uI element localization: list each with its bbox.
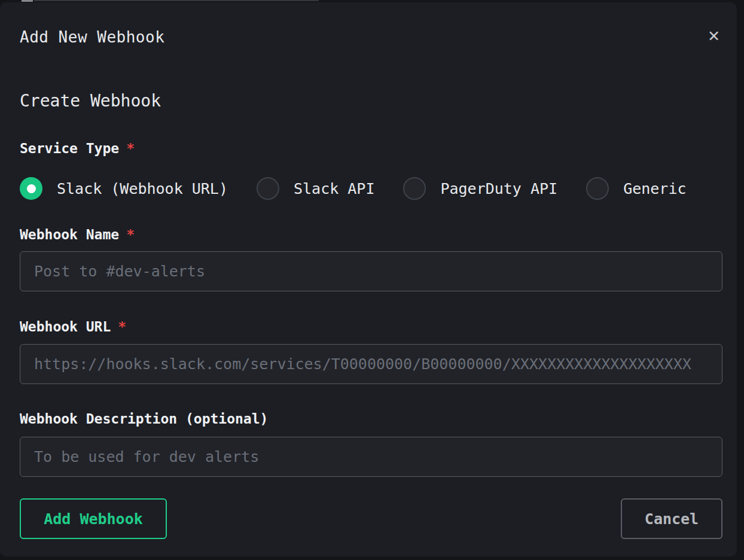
underlying-page-sliver-dim — [34, 0, 319, 1]
webhook-description-label-text: Webhook Description (optional) — [20, 411, 268, 427]
required-asterisk: * — [126, 227, 135, 242]
webhook-url-label: Webhook URL* — [20, 318, 722, 335]
webhook-name-label-text: Webhook Name — [20, 227, 119, 242]
service-type-label-text: Service Type — [20, 141, 119, 156]
radio-pagerduty-api[interactable]: PagerDuty API — [403, 177, 557, 200]
modal-footer: Add Webhook Cancel — [20, 498, 722, 539]
modal-header: Add New Webhook ✕ — [20, 26, 722, 48]
radio-dot — [27, 184, 36, 193]
service-type-label: Service Type* — [20, 140, 722, 157]
add-webhook-modal: Add New Webhook ✕ Create Webhook Service… — [0, 2, 737, 556]
add-webhook-button[interactable]: Add Webhook — [20, 498, 167, 539]
radio-slack-webhook-url[interactable]: Slack (Webhook URL) — [20, 177, 228, 200]
radio-label[interactable]: PagerDuty API — [440, 180, 557, 197]
radio-label[interactable]: Slack (Webhook URL) — [57, 180, 228, 197]
cancel-button[interactable]: Cancel — [621, 498, 722, 539]
radio-label[interactable]: Slack API — [294, 180, 374, 197]
webhook-name-label: Webhook Name* — [20, 226, 722, 243]
radio-unselected-icon[interactable] — [586, 177, 609, 200]
close-icon[interactable]: ✕ — [707, 25, 721, 44]
modal-title: Add New Webhook — [20, 26, 164, 48]
radio-unselected-icon[interactable] — [257, 177, 279, 200]
radio-unselected-icon[interactable] — [403, 177, 426, 200]
webhook-description-input[interactable] — [20, 437, 722, 477]
webhook-url-label-text: Webhook URL — [20, 319, 111, 334]
required-asterisk: * — [126, 141, 135, 156]
radio-slack-api[interactable]: Slack API — [257, 177, 374, 200]
webhook-url-input[interactable] — [20, 344, 722, 384]
radio-selected-icon[interactable] — [20, 177, 42, 200]
radio-generic[interactable]: Generic — [586, 177, 686, 200]
radio-label[interactable]: Generic — [623, 180, 686, 197]
required-asterisk: * — [118, 319, 126, 334]
webhook-name-input[interactable] — [20, 251, 722, 291]
service-type-radio-group: Slack (Webhook URL) Slack API PagerDuty … — [20, 177, 722, 200]
underlying-page-sliver-bright — [22, 0, 33, 2]
webhook-description-label: Webhook Description (optional) — [20, 410, 722, 427]
section-heading: Create Webhook — [20, 91, 722, 111]
